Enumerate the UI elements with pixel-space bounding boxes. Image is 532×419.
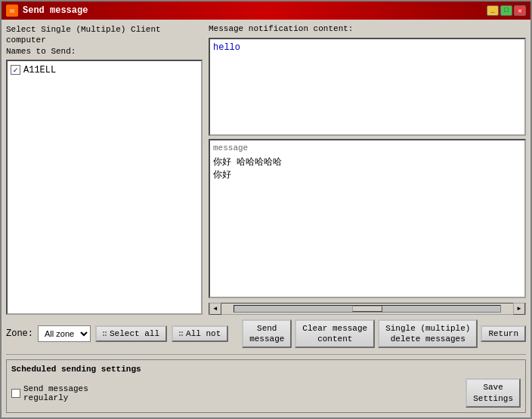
- title-buttons: _ □ ✕: [487, 5, 526, 16]
- scroll-left-arrow[interactable]: ◄: [209, 303, 221, 315]
- select-all-button[interactable]: Select all: [95, 325, 167, 342]
- scheduled-section: Scheduled sending settings Send messages…: [6, 359, 526, 413]
- scheduled-label: Send messages regularly: [23, 384, 88, 402]
- zone-row: Zone: All zone Select all All not: [6, 318, 526, 350]
- scroll-right-arrow[interactable]: ►: [513, 303, 525, 315]
- scheduled-left: Send messages regularly: [11, 384, 88, 402]
- maximize-button[interactable]: □: [500, 5, 512, 16]
- main-window: ✉ Send message _ □ ✕ Select Single (Mult…: [0, 0, 532, 419]
- left-panel-label: Select Single (Multiple) Client computer…: [6, 24, 203, 57]
- horizontal-scrollbar[interactable]: ◄ ►: [209, 303, 526, 315]
- message-label: message: [213, 143, 521, 153]
- scheduled-row: Send messages regularly Save Settings: [11, 378, 521, 408]
- action-buttons: Send message Clear message content Singl…: [242, 319, 526, 349]
- scrollbar-thumb[interactable]: [352, 306, 382, 312]
- message-content: 你好 哈哈哈哈哈 你好: [213, 156, 521, 181]
- window-icon: ✉: [6, 5, 18, 17]
- minimize-button[interactable]: _: [487, 5, 499, 16]
- save-settings-button[interactable]: Save Settings: [466, 378, 521, 408]
- message-line-1: 你好 哈哈哈哈哈: [213, 156, 521, 168]
- bottom-controls: Zone: All zone Select all All not: [6, 318, 526, 413]
- return-button[interactable]: Return: [481, 325, 526, 342]
- main-area: Select Single (Multiple) Client computer…: [6, 24, 526, 315]
- send-message-button[interactable]: Send message: [242, 319, 292, 349]
- message-area[interactable]: message 你好 哈哈哈哈哈 你好: [209, 139, 526, 298]
- left-panel: Select Single (Multiple) Client computer…: [6, 24, 203, 315]
- scrollbar-track[interactable]: [234, 305, 501, 313]
- zone-label: Zone:: [6, 328, 33, 339]
- window-content: Select Single (Multiple) Client computer…: [2, 20, 530, 417]
- client-name: A11ELL: [23, 65, 56, 75]
- notification-text: hello: [213, 42, 240, 53]
- window-title: Send message: [23, 5, 88, 16]
- zone-select[interactable]: All zone: [38, 325, 91, 342]
- all-not-button[interactable]: All not: [172, 325, 228, 342]
- close-button[interactable]: ✕: [514, 5, 526, 16]
- message-line-2: 你好: [213, 168, 521, 181]
- all-not-icon: [179, 331, 183, 336]
- client-checkbox[interactable]: [11, 65, 20, 75]
- scheduled-title: Scheduled sending settings: [11, 365, 521, 374]
- client-list[interactable]: A11ELL: [6, 60, 203, 315]
- title-bar-left: ✉ Send message: [6, 5, 88, 17]
- scheduled-checkbox[interactable]: [11, 389, 20, 398]
- notification-label: Message notification content:: [209, 24, 526, 33]
- right-panel: Message notification content: hello mess…: [209, 24, 526, 315]
- divider: [6, 354, 526, 355]
- title-bar: ✉ Send message _ □ ✕: [2, 2, 530, 20]
- clear-content-button[interactable]: Clear message content: [295, 319, 375, 349]
- single-multiple-delete-button[interactable]: Single (multiple) delete messages: [378, 319, 478, 349]
- select-all-icon: [103, 331, 107, 336]
- notification-textarea[interactable]: hello: [209, 38, 526, 136]
- list-item: A11ELL: [11, 64, 198, 76]
